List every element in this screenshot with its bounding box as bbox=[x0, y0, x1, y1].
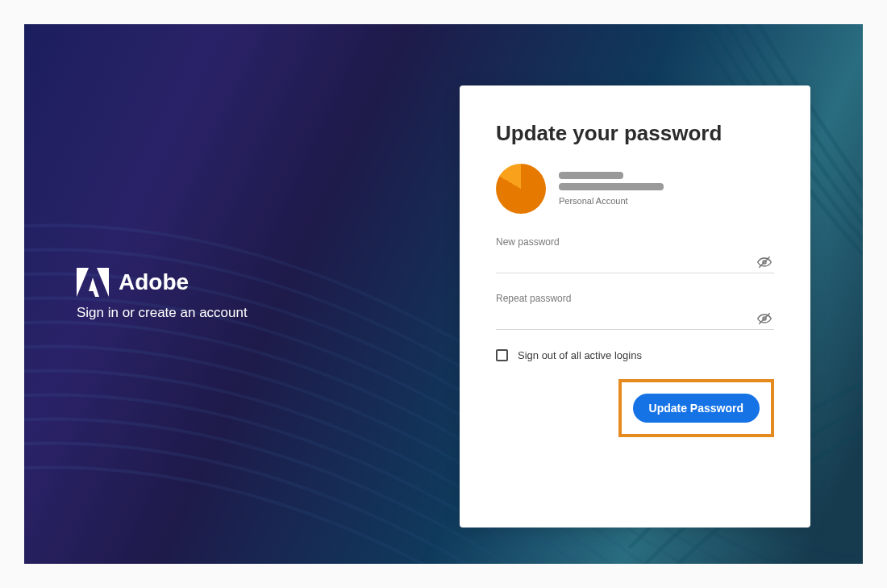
page-background: Adobe Sign in or create an account Updat… bbox=[24, 24, 863, 564]
highlight-annotation: Update Password bbox=[618, 379, 774, 437]
brand-block: Adobe Sign in or create an account bbox=[77, 268, 248, 321]
sign-out-label: Sign out of all active logins bbox=[518, 349, 642, 361]
update-password-card: Update your password Personal Account Ne… bbox=[460, 85, 810, 528]
sign-out-checkbox-row: Sign out of all active logins bbox=[496, 349, 774, 361]
new-password-input[interactable] bbox=[496, 251, 774, 273]
account-email-redacted bbox=[559, 183, 664, 190]
toggle-visibility-repeat-icon[interactable] bbox=[756, 311, 772, 327]
repeat-password-field-group: Repeat password bbox=[496, 293, 774, 330]
adobe-logo-icon bbox=[77, 268, 109, 297]
new-password-field-group: New password bbox=[496, 236, 774, 273]
repeat-password-label: Repeat password bbox=[496, 293, 774, 304]
toggle-visibility-new-icon[interactable] bbox=[756, 254, 772, 270]
update-password-button[interactable]: Update Password bbox=[633, 394, 760, 423]
account-type: Personal Account bbox=[559, 196, 664, 206]
repeat-password-input[interactable] bbox=[496, 307, 774, 329]
account-name-redacted bbox=[559, 172, 623, 179]
brand-subtitle: Sign in or create an account bbox=[77, 305, 248, 321]
svg-marker-0 bbox=[77, 268, 89, 297]
brand-name: Adobe bbox=[119, 269, 189, 295]
account-row: Personal Account bbox=[496, 164, 774, 214]
svg-marker-1 bbox=[97, 268, 109, 297]
sign-out-checkbox[interactable] bbox=[496, 349, 508, 361]
avatar bbox=[496, 164, 546, 214]
new-password-label: New password bbox=[496, 236, 774, 248]
svg-marker-2 bbox=[89, 277, 99, 297]
card-title: Update your password bbox=[496, 121, 774, 146]
